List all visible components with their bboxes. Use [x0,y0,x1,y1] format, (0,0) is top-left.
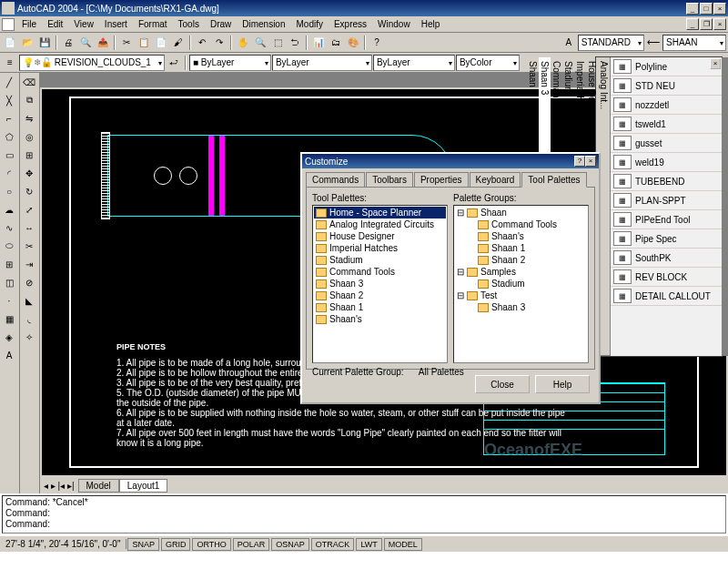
palette-tool-item[interactable]: ▦TUBEBEND [611,172,722,191]
layer-prev-icon[interactable]: ⮐ [166,55,182,71]
paste-icon[interactable]: 📄 [153,35,169,51]
menu-draw[interactable]: Draw [205,17,237,31]
mirror-icon[interactable]: ⇋ [20,109,38,127]
chamfer-icon[interactable]: ◣ [20,291,38,310]
fillet-icon[interactable]: ◟ [20,310,38,328]
menu-insert[interactable]: Insert [99,17,133,31]
tab-layout1[interactable]: Layout1 [119,479,168,493]
save-icon[interactable]: 💾 [36,35,53,51]
menu-window[interactable]: Window [372,17,416,31]
otrack-toggle[interactable]: OTRACK [311,538,355,551]
scale-icon[interactable]: ⤢ [20,200,38,218]
menu-file[interactable]: File [16,17,42,31]
ortho-toggle[interactable]: ORTHO [192,538,230,551]
array-icon[interactable]: ⊞ [20,146,38,164]
copy-icon[interactable]: 📋 [136,35,152,51]
rectangle-icon[interactable]: ▭ [0,146,18,164]
menu-edit[interactable]: Edit [42,17,68,31]
doc-minimize-button[interactable]: _ [686,18,699,30]
tool-palettes-panel[interactable]: Analog Int... House De... Imperial H... … [595,56,723,357]
palette-title-bar[interactable]: TOOL PALETTES - ALL PALETTES [722,57,728,356]
spline-icon[interactable]: ∿ [0,218,18,237]
help-icon[interactable]: ? [369,35,385,51]
linetype-dropdown[interactable]: ByLayer [272,55,372,71]
group-child[interactable]: Command Tools [455,218,587,230]
lwt-toggle[interactable]: LWT [356,538,381,551]
xline-icon[interactable]: ╳ [0,91,18,109]
palette-tool-item[interactable]: ▦SouthPK [611,249,722,268]
palette-item[interactable]: Imperial Hatches [314,242,446,254]
palette-tool-item[interactable]: ▦PIPeEnd Tool [611,210,722,229]
cut-icon[interactable]: ✂ [118,35,135,51]
palette-tool-item[interactable]: ▦Polyline [611,57,722,76]
doc-close-button[interactable]: × [713,18,726,30]
palette-item[interactable]: Command Tools [314,266,446,278]
pan-icon[interactable]: ✋ [235,35,251,51]
osnap-toggle[interactable]: OSNAP [271,538,309,551]
offset-icon[interactable]: ◎ [20,127,38,146]
palette-tool-item[interactable]: ▦STD NEU [611,76,722,96]
menu-help[interactable]: Help [416,17,446,31]
palette-tool-item[interactable]: ▦PLAN-SPPT [611,191,722,210]
zoom-prev-icon[interactable]: ⮌ [287,35,303,51]
menu-express[interactable]: Express [329,17,372,31]
dialog-close-icon[interactable]: × [585,156,596,167]
menu-format[interactable]: Format [133,17,173,31]
group-node[interactable]: ⊟Samples [455,266,587,278]
designcenter-icon[interactable]: 🗂 [328,35,344,51]
ellipse-icon[interactable]: ⬭ [0,237,18,255]
lineweight-dropdown[interactable]: ByLayer [373,55,455,71]
zoom-icon[interactable]: 🔍 [252,35,268,51]
palette-item[interactable]: House Designer [314,230,446,242]
maximize-button[interactable]: □ [700,3,713,15]
group-node[interactable]: ⊟Test [455,290,587,301]
preview-icon[interactable]: 🔍 [77,35,94,51]
palette-tool-item[interactable]: ▦weld19 [611,153,722,172]
hatch-icon[interactable]: ▦ [0,310,18,328]
groups-tree[interactable]: ⊟ShaanCommand ToolsShaan'sShaan 1Shaan 2… [453,205,589,363]
pline-icon[interactable]: ⌐ [0,109,18,127]
group-node[interactable]: ⊟Shaan [455,207,587,218]
palette-tool-item[interactable]: ▦REV BLOCK [611,268,722,287]
region-icon[interactable]: ◈ [0,328,18,346]
menu-dimension[interactable]: Dimension [237,17,290,31]
palette-tool-item[interactable]: ▦Pipe Spec [611,229,722,249]
palette-item[interactable]: Shaan's [314,313,446,325]
palette-item[interactable]: Shaan 3 [314,278,446,290]
dialog-help-icon[interactable]: ? [574,156,585,167]
plotstyle-dropdown[interactable]: ByColor [456,55,520,71]
palette-item[interactable]: Shaan 1 [314,301,446,313]
app-menu-icon[interactable] [2,18,15,31]
match-icon[interactable]: 🖌 [170,35,187,51]
minimize-button[interactable]: _ [686,3,699,15]
command-line[interactable]: Command: *Cancel* Command: Command: [2,495,726,533]
tab-toolpalettes[interactable]: Tool Palettes [521,172,586,188]
palette-item[interactable]: Analog Integrated Circuits [314,218,446,230]
arc-icon[interactable]: ◜ [0,164,18,182]
help-button[interactable]: Help [535,375,590,393]
palette-tool-item[interactable]: ▦DETAIL CALLOUT [611,287,722,306]
extend-icon[interactable]: ⇥ [20,255,38,273]
palette-item[interactable]: Shaan 2 [314,290,446,301]
palette-tool-item[interactable]: ▦nozzdetl [611,96,722,115]
insert-icon[interactable]: ⊞ [0,255,18,273]
line-icon[interactable]: ╱ [0,73,18,91]
group-child[interactable]: Shaan's [455,230,587,242]
palettes-listbox[interactable]: Home - Space PlannerAnalog Integrated Ci… [312,205,448,363]
doc-restore-button[interactable]: ❐ [700,18,713,30]
revcloud-icon[interactable]: ☁ [0,200,18,218]
group-child[interactable]: Stadium [455,278,587,290]
text-icon[interactable]: A [0,346,18,364]
toolpalettes-icon[interactable]: 🎨 [345,35,361,51]
erase-icon[interactable]: ⌫ [20,73,38,91]
textstyle-dropdown[interactable]: STANDARD [578,35,644,51]
circle-icon[interactable]: ○ [0,182,18,200]
redo-icon[interactable]: ↷ [211,35,228,51]
textstyle-icon[interactable]: A [561,35,577,51]
tab-keyboard[interactable]: Keyboard [470,172,521,187]
copy2-icon[interactable]: ⧉ [20,91,38,109]
tab-properties[interactable]: Properties [414,172,469,187]
model-toggle[interactable]: MODEL [384,538,422,551]
tab-model[interactable]: Model [78,479,119,493]
tab-toolbars[interactable]: Toolbars [366,172,413,187]
